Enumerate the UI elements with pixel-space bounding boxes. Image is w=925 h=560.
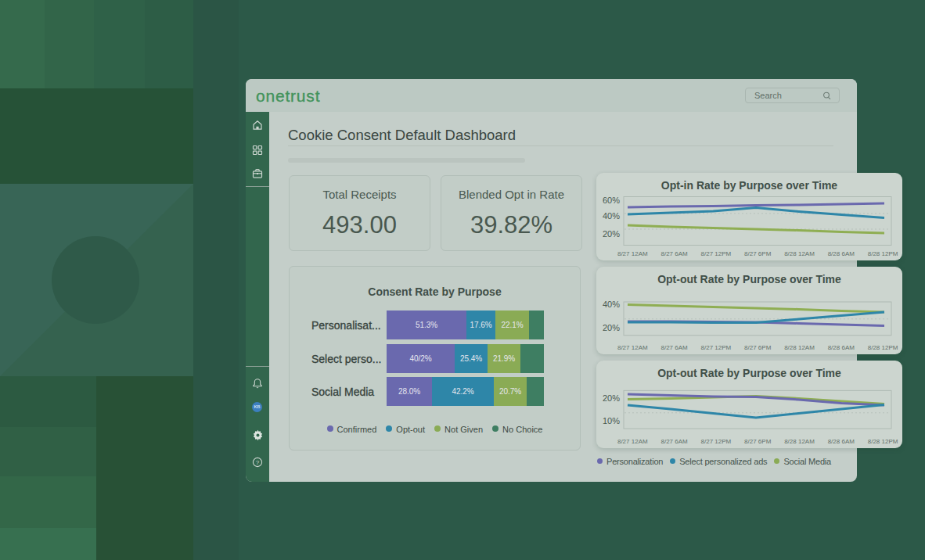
svg-text:20%: 20% xyxy=(603,323,620,332)
svg-text:8/27 6AM: 8/27 6AM xyxy=(660,344,688,351)
svg-text:40%: 40% xyxy=(603,211,620,221)
svg-text:8/28 12AM: 8/28 12AM xyxy=(784,250,815,257)
svg-text:8/28 12AM: 8/28 12AM xyxy=(784,438,815,445)
svg-text:8/27 6PM: 8/27 6PM xyxy=(744,250,772,257)
svg-text:8/27 6PM: 8/27 6PM xyxy=(744,344,772,351)
svg-text:8/27 12PM: 8/27 12PM xyxy=(701,438,732,445)
svg-text:8/28 6AM: 8/28 6AM xyxy=(828,438,855,445)
svg-text:8/27 12PM: 8/27 12PM xyxy=(701,250,732,257)
svg-text:8/27 12AM: 8/27 12AM xyxy=(617,438,648,445)
svg-text:8/28 6AM: 8/28 6AM xyxy=(828,344,855,351)
svg-text:8/27 12PM: 8/27 12PM xyxy=(701,344,732,351)
svg-text:20%: 20% xyxy=(603,393,620,403)
svg-text:8/28 12PM: 8/28 12PM xyxy=(868,438,898,445)
svg-text:8/28 12PM: 8/28 12PM xyxy=(868,344,898,351)
svg-text:20%: 20% xyxy=(603,229,620,239)
svg-text:8/28 12PM: 8/28 12PM xyxy=(868,250,898,257)
svg-text:8/27 6AM: 8/27 6AM xyxy=(660,438,688,445)
svg-text:40%: 40% xyxy=(603,300,620,309)
svg-text:8/27 12AM: 8/27 12AM xyxy=(617,250,648,257)
svg-text:8/28 6AM: 8/28 6AM xyxy=(828,250,855,257)
svg-text:8/27 6AM: 8/27 6AM xyxy=(660,250,688,257)
svg-text:?: ? xyxy=(256,459,260,466)
svg-text:8/27 6PM: 8/27 6PM xyxy=(744,438,772,445)
svg-text:60%: 60% xyxy=(603,196,620,205)
svg-text:10%: 10% xyxy=(603,416,620,425)
svg-text:8/28 12AM: 8/28 12AM xyxy=(784,344,815,351)
svg-text:8/27 12AM: 8/27 12AM xyxy=(617,344,648,351)
